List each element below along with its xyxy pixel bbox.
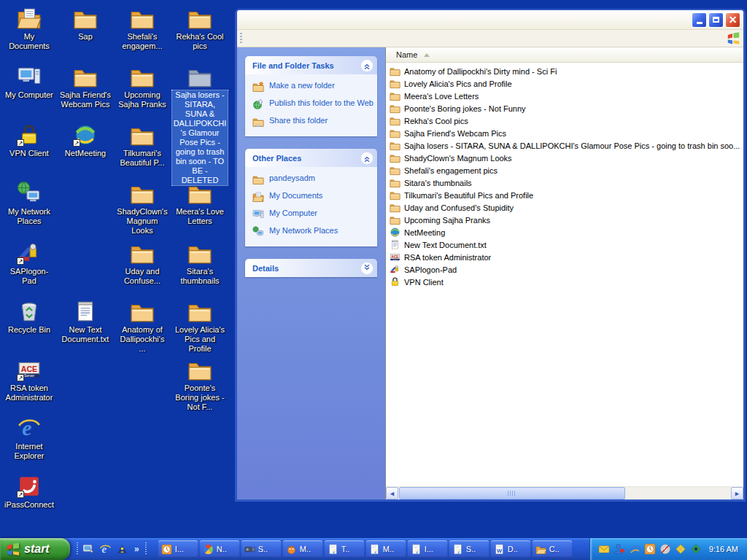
desktop-icon[interactable]: Uday and Confuse... [115, 241, 169, 286]
desktop-icon[interactable]: ACEServer RSA token Administrator [2, 357, 56, 402]
scrollbar-thumb[interactable] [399, 487, 625, 499]
ipass-icon [17, 474, 42, 499]
desktop-icon[interactable]: Meera's Love Letters [173, 181, 227, 226]
menu-item[interactable] [298, 33, 311, 46]
desktop-icon[interactable]: Sajha Friend's Webcam Pics [58, 64, 112, 109]
folder-new-icon [252, 81, 264, 93]
menu-item[interactable] [258, 33, 271, 46]
desktop-icon[interactable]: Shefali's engagem... [115, 6, 169, 51]
desktop-icon[interactable]: Upcoming Sajha Pranks [115, 64, 169, 109]
file-row[interactable]: Poonte's Boring jokes - Not Funny [386, 102, 743, 114]
window-titlebar[interactable]: ✕ [237, 10, 743, 30]
quick-launch-icon[interactable] [82, 543, 95, 556]
chevron-up-icon[interactable] [360, 152, 374, 165]
toolbar-grip-icon[interactable] [240, 33, 242, 44]
file-row[interactable]: Sajha losers - SITARA, SUNA & DALLIPOKCH… [386, 139, 743, 152]
desktop-icon[interactable]: New Text Document.txt [58, 299, 112, 344]
maximize-button[interactable] [708, 12, 724, 28]
task-link[interactable]: Make a new folder [252, 81, 374, 93]
menu-item[interactable] [271, 33, 285, 46]
file-row[interactable]: Uday and Confused's Stupidity [386, 201, 743, 214]
task-link[interactable]: Publish this folder to the Web [252, 98, 374, 110]
file-row[interactable]: Sitara's thumbnails [386, 176, 743, 189]
file-row[interactable]: New Text Document.txt [386, 238, 743, 251]
taskbar-window-button[interactable]: N.. [200, 540, 239, 558]
scroll-right-button[interactable]: ► [731, 487, 743, 499]
menu-item[interactable] [311, 33, 324, 46]
desktop-icon[interactable]: Sajha losers - SITARA, SUNA & DALLIPOKCH… [173, 64, 227, 185]
taskbar-window-button[interactable]: I... [158, 540, 198, 558]
place-link[interactable]: My Documents [252, 191, 374, 203]
file-name: Tilkumari's Beautiful Pics and Profile [404, 191, 533, 200]
desktop-icon[interactable]: VPN Client [2, 122, 56, 158]
menu-item[interactable] [285, 33, 298, 46]
taskbar-window-button[interactable]: M.. [283, 540, 322, 558]
taskbar-window-button[interactable]: e I... [408, 540, 447, 558]
file-row[interactable]: VPN Client [386, 276, 743, 288]
desktop-icon[interactable]: Anatomy of Dallipockhi's ... [115, 299, 169, 354]
place-link[interactable]: My Computer [252, 209, 374, 220]
file-row[interactable]: Meera's Love Letters [386, 90, 743, 102]
desktop-icon[interactable]: NetMeeting [58, 122, 112, 158]
taskbar-window-button[interactable]: e T.. [325, 540, 364, 558]
chevron-down-icon[interactable] [360, 262, 374, 275]
desktop-icon[interactable]: SAPlogon-Pad [2, 241, 56, 286]
chevron-up-icon[interactable] [360, 59, 374, 72]
tray-icon[interactable] [629, 543, 640, 555]
desktop-icon[interactable]: Lovely Alicia's Pics and Profile [173, 299, 227, 354]
taskbar-window-button[interactable]: e S.. [449, 540, 489, 558]
file-row[interactable]: Sajha Friend's Webcam Pics [386, 127, 743, 139]
file-row[interactable]: Anatomy of Dallipockhi's Dirty mind - Sc… [386, 65, 743, 77]
file-row[interactable]: ACEServer RSA token Administrator [386, 251, 743, 263]
desktop-icon[interactable]: ShadyClown's Magnum Looks [115, 181, 169, 236]
taskbar-window-button[interactable]: W D.. [491, 540, 530, 558]
taskbar-window-button[interactable]: S.. [241, 540, 281, 558]
tray-icon[interactable] [598, 543, 610, 555]
file-row[interactable]: Upcoming Sajha Pranks [386, 214, 743, 226]
section-header[interactable]: Other Places [245, 149, 377, 167]
desktop-icon[interactable]: iPassConnect [2, 474, 56, 510]
tray-icon[interactable] [644, 543, 656, 555]
desktop-icon[interactable]: Recycle Bin [2, 299, 56, 335]
desktop-icon[interactable]: Rekha's Cool pics [173, 6, 227, 51]
scrollbar-grip-icon [508, 491, 516, 496]
place-link[interactable]: pandeysadm [252, 174, 374, 185]
quick-launch-icon[interactable]: e [99, 543, 112, 556]
menu-item[interactable] [245, 33, 258, 46]
quick-launch-icon[interactable] [116, 543, 128, 556]
tray-icon[interactable] [675, 543, 686, 555]
file-row[interactable]: NetMeeting [386, 226, 743, 238]
file-row[interactable]: Shefali's engagement pics [386, 164, 743, 176]
file-row[interactable]: Rekha's Cool pics [386, 114, 743, 127]
start-button[interactable]: start [0, 538, 70, 560]
close-button[interactable]: ✕ [725, 12, 740, 28]
minimize-button[interactable] [692, 12, 707, 28]
section-header[interactable]: Details [245, 259, 377, 277]
tray-icon[interactable] [659, 543, 671, 555]
file-row[interactable]: Tilkumari's Beautiful Pics and Profile [386, 189, 743, 201]
overflow-chevron-icon[interactable]: » [134, 545, 139, 553]
desktop-icon[interactable]: My Documents [2, 6, 56, 51]
explorer-window: ✕ File and Folder Tasks [235, 9, 746, 502]
scroll-left-button[interactable]: ◄ [386, 487, 398, 499]
svg-text:e: e [22, 416, 31, 440]
section-header[interactable]: File and Folder Tasks [245, 56, 377, 74]
desktop-icon[interactable]: Tilkumari's Beautiful P... [115, 122, 169, 168]
desktop-icon[interactable]: Sap [58, 6, 112, 42]
desktop-icon[interactable]: Sitara's thumbnails [173, 241, 227, 286]
file-row[interactable]: Lovely Alicia's Pics and Profile [386, 77, 743, 90]
desktop-icon[interactable]: e Internet Explorer [2, 416, 56, 461]
column-header-name[interactable]: Name [386, 47, 743, 63]
tray-icon[interactable] [614, 543, 625, 555]
desktop-icon[interactable]: My Network Places [2, 181, 56, 226]
desktop-icon[interactable]: My Computer [2, 64, 56, 100]
taskbar-window-button[interactable]: C.. [533, 540, 572, 558]
place-link[interactable]: My Network Places [252, 226, 374, 238]
scrollbar-track[interactable] [398, 487, 731, 499]
tray-icon[interactable] [690, 543, 702, 555]
task-link[interactable]: Share this folder [252, 116, 374, 128]
desktop-icon[interactable]: Poonte's Boring jokes - Not F... [173, 357, 227, 412]
file-row[interactable]: SAPlogon-Pad [386, 263, 743, 276]
taskbar-window-button[interactable]: e M.. [366, 540, 406, 558]
file-row[interactable]: ShadyClown's Magnum Looks [386, 152, 743, 164]
